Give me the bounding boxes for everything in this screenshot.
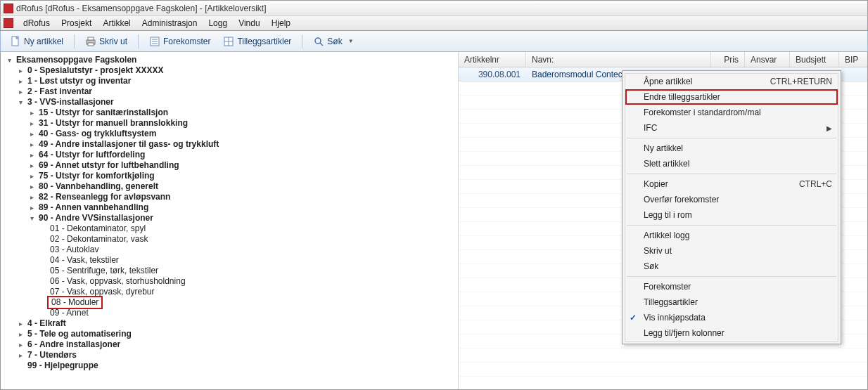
tree-label: 6 - Andre installasjoner [26, 339, 122, 350]
ctx-add-remove-columns[interactable]: Legg til/fjern kolonner [625, 325, 838, 341]
ctx-search[interactable]: Søk [625, 259, 838, 274]
check-icon: ✓ [630, 313, 637, 323]
ctx-occurrences-standardroom[interactable]: Forekomster i standardrom/mal [625, 105, 838, 120]
tree-leaf[interactable]: 05 - Sentrifuge, tørk, tekstiler [39, 266, 457, 276]
expand-icon[interactable] [27, 109, 36, 117]
expand-icon[interactable] [16, 351, 25, 360]
tree-node[interactable]: 2 - Fast inventar [16, 86, 457, 97]
expand-icon[interactable] [27, 204, 36, 212]
tree-node[interactable]: 75 - Utstyr for komfortkjøling [27, 171, 457, 181]
column-header-budsjett[interactable]: Budsjett [790, 52, 839, 67]
tree-node[interactable]: 64 - Utstyr for luftfordeling [27, 150, 457, 160]
ctx-label: Slett artikkel [644, 159, 689, 169]
article-tree[interactable]: Eksamensoppgave Fagskolen 0 - Spesialuts… [2, 55, 457, 371]
search-icon [313, 36, 324, 47]
menu-administrasjon[interactable]: Administrasjon [136, 17, 203, 30]
tree-node[interactable]: 1 - Løst utstyr og inventar [16, 76, 457, 86]
expand-icon [39, 246, 47, 254]
ctx-label: Tilleggsartikler [644, 297, 698, 307]
tree-node[interactable]: 40 - Gass- og trykkluftsystem [27, 129, 457, 139]
expand-icon[interactable] [27, 193, 36, 202]
menu-vindu[interactable]: Vindu [233, 17, 265, 30]
tree-node[interactable]: 69 - Annet utstyr for luftbehandling [27, 160, 457, 171]
tree-node[interactable]: 82 - Renseanlegg for avløpsvann [27, 192, 457, 202]
ctx-print[interactable]: Skriv ut [625, 243, 838, 259]
expand-icon[interactable] [16, 98, 25, 107]
expand-icon [39, 235, 47, 244]
tree-node[interactable]: 5 - Tele og automatisering [16, 329, 457, 339]
ctx-copy[interactable]: Kopier CTRL+C [625, 176, 838, 192]
column-header-ansvar[interactable]: Ansvar [745, 52, 790, 67]
tree-root[interactable]: Eksamensoppgave Fagskolen [5, 55, 457, 65]
tree-node[interactable]: 89 - Annen vannbehandling [27, 202, 457, 213]
tree-node[interactable]: 4 - Elkraft [16, 318, 457, 329]
tree-leaf[interactable]: 09 - Annet [39, 308, 457, 318]
ctx-delete-article[interactable]: Slett artikkel [625, 156, 838, 171]
ctx-occurrences[interactable]: Forekomster [625, 279, 838, 294]
expand-icon[interactable] [16, 67, 25, 75]
ctx-ifc[interactable]: IFC ▶ [625, 120, 838, 136]
expand-icon [39, 288, 47, 297]
expand-icon[interactable] [5, 56, 13, 65]
tree-node[interactable]: 80 - Vannbehandling, generelt [27, 181, 457, 192]
expand-icon[interactable] [16, 341, 25, 349]
column-header-artikkelnr[interactable]: Artikkelnr [459, 52, 526, 67]
tree-leaf[interactable]: 06 - Vask, oppvask, storhusholdning [39, 276, 457, 287]
tree-leaf-selected[interactable]: 08 - Moduler [39, 297, 457, 308]
new-article-button[interactable]: Ny artikkel [5, 33, 68, 50]
expand-icon[interactable] [27, 162, 36, 170]
menu-logg[interactable]: Logg [203, 17, 233, 30]
tree-leaf[interactable]: 01 - Dekontaminator, spyl [39, 223, 457, 234]
tree-node[interactable]: 6 - Andre installasjoner [16, 339, 457, 350]
ctx-article-log[interactable]: Artikkel logg [625, 228, 838, 243]
occurrences-button[interactable]: Forekomster [144, 33, 215, 50]
tree-pane[interactable]: Eksamensoppgave Fagskolen 0 - Spesialuts… [1, 52, 458, 389]
grid-header: Artikkelnr Navn: Pris Ansvar Budsjett BI… [459, 52, 867, 67]
tree-leaf[interactable]: 99 - Hjelpegruppe [16, 360, 457, 371]
ctx-add-to-room[interactable]: Legg til i rom [625, 207, 838, 223]
tree-node[interactable]: 90 - Andre VVSinstallasjoner [27, 213, 457, 223]
tree-node[interactable]: 49 - Andre installasjoner til gass- og t… [27, 139, 457, 150]
tree-leaf[interactable]: 04 - Vask, tekstiler [39, 255, 457, 266]
expand-icon[interactable] [27, 130, 36, 138]
tree-node[interactable]: 15 - Utstyr for sanitærinstallsjon [27, 108, 457, 118]
menu-drofus[interactable]: dRofus [18, 17, 56, 30]
ctx-open-article[interactable]: Åpne artikkel CTRL+RETURN [625, 74, 838, 89]
column-header-pris[interactable]: Pris [711, 52, 745, 67]
column-header-bip[interactable]: BIP [839, 52, 867, 67]
expand-icon[interactable] [27, 141, 36, 149]
tree-label: 40 - Gass- og trykkluftsystem [37, 129, 158, 139]
tree-node[interactable]: 0 - Spesialutstyr - prosjekt XXXXX [16, 65, 457, 76]
toolbar: Ny artikkel Skriv ut Forekomster Tillegg… [0, 31, 868, 52]
ctx-transfer-occurrences[interactable]: Overfør forekomster [625, 192, 838, 207]
expand-icon[interactable] [16, 330, 25, 339]
print-button[interactable]: Skriv ut [80, 33, 132, 50]
tree-label: 99 - Hjelpegruppe [26, 360, 100, 371]
tree-leaf[interactable]: 02 - Dekontaminator, vask [39, 234, 457, 245]
chevron-right-icon: ▶ [826, 124, 832, 132]
expand-icon[interactable] [27, 119, 36, 128]
toolbar-label: Forekomster [163, 37, 210, 46]
search-button[interactable]: Søk ▼ [308, 33, 358, 50]
expand-icon[interactable] [16, 77, 25, 86]
expand-icon[interactable] [27, 183, 36, 191]
column-header-navn[interactable]: Navn: [526, 52, 711, 67]
tree-node[interactable]: 3 - VVS-installasjoner [16, 97, 457, 108]
ctx-new-article[interactable]: Ny artikkel [625, 141, 838, 156]
tree-node[interactable]: 7 - Utendørs [16, 350, 457, 360]
tree-node[interactable]: 31 - Utstyr for manuell brannslokking [27, 118, 457, 129]
addon-articles-button[interactable]: Tilleggsartikler [218, 33, 296, 50]
ctx-label: Endre tilleggsartikler [644, 92, 720, 102]
menu-prosjekt[interactable]: Prosjekt [56, 17, 97, 30]
ctx-edit-addon-articles[interactable]: Endre tilleggsartikler [625, 89, 838, 105]
expand-icon[interactable] [27, 172, 36, 181]
expand-icon[interactable] [27, 214, 36, 223]
menu-hjelp[interactable]: Hjelp [266, 17, 296, 30]
ctx-show-purchase-data[interactable]: ✓ Vis innkjøpsdata [625, 310, 838, 325]
menu-artikkel[interactable]: Artikkel [97, 17, 136, 30]
ctx-addon-articles[interactable]: Tilleggsartikler [625, 294, 838, 310]
tree-leaf[interactable]: 03 - Autoklav [39, 245, 457, 255]
expand-icon[interactable] [16, 88, 25, 96]
expand-icon[interactable] [27, 151, 36, 160]
expand-icon[interactable] [16, 320, 25, 328]
